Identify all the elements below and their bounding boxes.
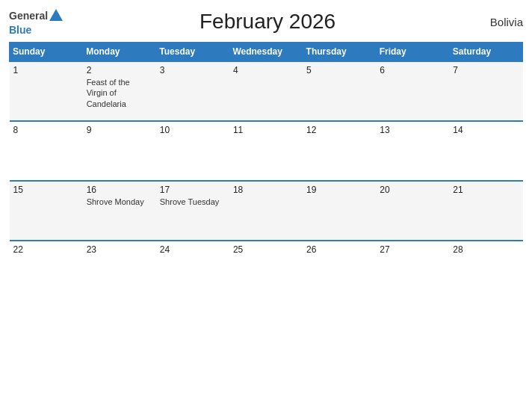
day-number-27: 27 — [380, 244, 445, 255]
day-cell-24: 24 — [156, 241, 229, 300]
day-number-28: 28 — [453, 244, 519, 255]
day-cell-10: 10 — [156, 121, 229, 181]
day-number-18: 18 — [233, 185, 299, 195]
day-cell-25: 25 — [229, 241, 303, 300]
day-number-7: 7 — [453, 65, 519, 75]
day-cell-9: 9 — [83, 121, 156, 181]
header-sunday: Sunday — [10, 43, 83, 62]
day-cell-18: 18 — [229, 181, 303, 241]
day-number-19: 19 — [306, 185, 372, 195]
day-cell-22: 22 — [10, 241, 83, 300]
day-cell-3: 3 — [156, 61, 229, 121]
day-cell-27: 27 — [376, 241, 449, 300]
day-number-26: 26 — [306, 244, 372, 255]
day-number-1: 1 — [13, 65, 79, 75]
weekday-header-row: Sunday Monday Tuesday Wednesday Thursday… — [10, 43, 523, 62]
day-number-20: 20 — [380, 185, 445, 195]
day-number-11: 11 — [233, 125, 299, 135]
day-number-15: 15 — [13, 185, 79, 195]
day-cell-14: 14 — [449, 121, 522, 181]
calendar-table: Sunday Monday Tuesday Wednesday Thursday… — [9, 42, 523, 300]
day-number-13: 13 — [380, 125, 445, 135]
day-number-22: 22 — [13, 244, 79, 255]
event-label-17: Shrove Tuesday — [160, 197, 226, 207]
day-number-4: 4 — [233, 65, 299, 75]
calendar-title: February 2026 — [64, 10, 471, 34]
day-number-2: 2 — [87, 65, 152, 75]
logo-general-text: General — [9, 10, 48, 22]
day-cell-19: 19 — [303, 181, 376, 241]
day-number-16: 16 — [87, 185, 152, 195]
day-cell-2: 2Feast of the Virgin of Candelaria — [83, 61, 156, 121]
day-cell-23: 23 — [83, 241, 156, 300]
day-cell-4: 4 — [229, 61, 303, 121]
day-cell-20: 20 — [376, 181, 449, 241]
week-row-3: 1516Shrove Monday17Shrove Tuesday1819202… — [10, 181, 523, 241]
day-number-5: 5 — [306, 65, 372, 75]
calendar-container: General Blue February 2026 Bolivia Sunda… — [0, 0, 532, 411]
week-row-1: 12Feast of the Virgin of Candelaria34567 — [10, 61, 523, 121]
day-cell-17: 17Shrove Tuesday — [156, 181, 229, 241]
day-number-10: 10 — [160, 125, 226, 135]
header-friday: Friday — [376, 43, 449, 62]
day-cell-12: 12 — [303, 121, 376, 181]
day-number-6: 6 — [380, 65, 445, 75]
day-cell-6: 6 — [376, 61, 449, 121]
header-monday: Monday — [83, 43, 156, 62]
day-number-3: 3 — [160, 65, 226, 75]
day-number-9: 9 — [87, 125, 152, 135]
svg-marker-0 — [49, 9, 63, 21]
day-number-14: 14 — [453, 125, 519, 135]
day-number-12: 12 — [306, 125, 372, 135]
day-number-23: 23 — [87, 244, 152, 255]
day-number-25: 25 — [233, 244, 299, 255]
day-number-21: 21 — [453, 185, 519, 195]
day-cell-8: 8 — [10, 121, 83, 181]
day-cell-28: 28 — [449, 241, 522, 300]
day-cell-21: 21 — [449, 181, 522, 241]
day-cell-11: 11 — [229, 121, 303, 181]
week-row-4: 22232425262728 — [10, 241, 523, 300]
event-label-16: Shrove Monday — [87, 197, 152, 207]
day-cell-5: 5 — [303, 61, 376, 121]
day-cell-26: 26 — [303, 241, 376, 300]
day-number-17: 17 — [160, 185, 226, 195]
logo-flag-icon — [48, 7, 64, 24]
header-tuesday: Tuesday — [156, 43, 229, 62]
calendar-header: General Blue February 2026 Bolivia — [9, 7, 523, 36]
header-saturday: Saturday — [449, 43, 522, 62]
day-number-8: 8 — [13, 125, 79, 135]
header-wednesday: Wednesday — [229, 43, 303, 62]
day-cell-13: 13 — [376, 121, 449, 181]
week-row-2: 891011121314 — [10, 121, 523, 181]
event-label-2: Feast of the Virgin of Candelaria — [87, 77, 152, 109]
day-cell-16: 16Shrove Monday — [83, 181, 156, 241]
day-cell-7: 7 — [449, 61, 522, 121]
day-cell-15: 15 — [10, 181, 83, 241]
header-thursday: Thursday — [303, 43, 376, 62]
logo: General Blue — [9, 7, 64, 36]
logo-blue-text: Blue — [9, 24, 31, 36]
country-label: Bolivia — [471, 16, 523, 28]
day-cell-1: 1 — [10, 61, 83, 121]
day-number-24: 24 — [160, 244, 226, 255]
